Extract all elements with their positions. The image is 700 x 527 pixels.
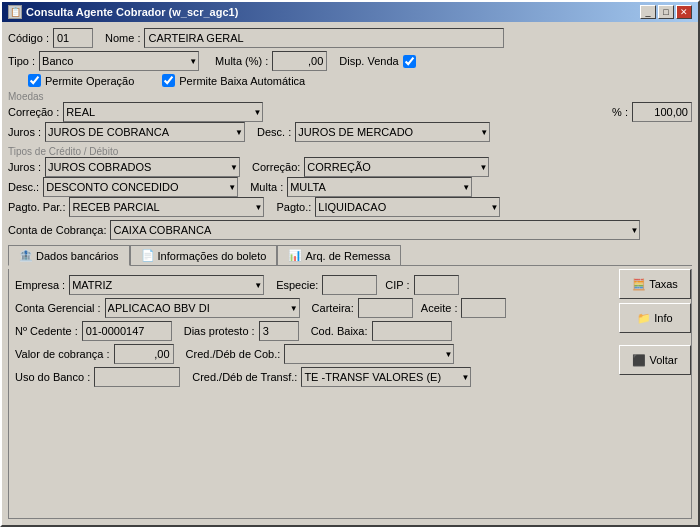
tab-dados-bancarios[interactable]: 🏦 Dados bancários — [8, 245, 130, 266]
window-icon: 📋 — [8, 5, 22, 19]
tipo-multa-row: Tipo : Banco Multa (%) : Disp. Venda — [8, 51, 692, 71]
especie-input[interactable] — [322, 275, 377, 295]
tipos-pagto-label: Pagto.: — [276, 201, 311, 213]
window-title: Consulta Agente Cobrador (w_scr_agc1) — [26, 6, 238, 18]
tipos-juros-select[interactable]: JUROS COBRADOS — [45, 157, 240, 177]
action-buttons: 🧮 Taxas 📁 Info ⬛ Voltar — [619, 269, 691, 375]
maximize-button[interactable]: □ — [658, 5, 674, 19]
permite-baixa-checkbox[interactable] — [162, 74, 175, 87]
disp-venda-label: Disp. Venda — [339, 55, 398, 67]
permite-baixa-label: Permite Baixa Automática — [179, 75, 305, 87]
voltar-icon: ⬛ — [632, 354, 646, 367]
tipos-desc-select[interactable]: DESCONTO CONCEDIDO — [43, 177, 238, 197]
permite-operacao-checkbox[interactable] — [28, 74, 41, 87]
desc-select[interactable]: JUROS DE MERCADO — [295, 122, 490, 142]
cred-deb-transf-label: Cred./Déb de Transf.: — [192, 371, 297, 383]
especie-label: Especie: — [276, 279, 318, 291]
carteira-input[interactable] — [358, 298, 413, 318]
moedas-section: Moedas Correção : REAL % : Juros : JURO — [8, 90, 692, 142]
tipo-select[interactable]: Banco — [39, 51, 199, 71]
main-content: Código : Nome : Tipo : Banco Multa (%) :… — [2, 22, 698, 525]
tipos-juros-correcao-row: Juros : JUROS COBRADOS Correção: CORREÇÃ… — [8, 157, 692, 177]
codigo-input[interactable] — [53, 28, 93, 48]
permite-operacao-label: Permite Operação — [45, 75, 134, 87]
minimize-button[interactable]: _ — [640, 5, 656, 19]
tipos-correcao-label: Correção: — [252, 161, 300, 173]
close-button[interactable]: ✕ — [676, 5, 692, 19]
cod-baixa-input[interactable] — [372, 321, 452, 341]
tipos-desc-multa-row: Desc.: DESCONTO CONCEDIDO Multa : MULTA — [8, 177, 692, 197]
uso-banco-row: Uso do Banco : Cred./Déb de Transf.: TE … — [15, 367, 685, 387]
aceite-label: Aceite : — [421, 302, 458, 314]
dias-protesto-input[interactable] — [259, 321, 299, 341]
taxas-button[interactable]: 🧮 Taxas — [619, 269, 691, 299]
correcao-row: Correção : REAL % : — [8, 102, 692, 122]
tipos-pagto-par-select[interactable]: RECEB PARCIAL — [69, 197, 264, 217]
tab-informacoes-boleto[interactable]: 📄 Informações do boleto — [130, 245, 278, 265]
tipos-desc-label: Desc.: — [8, 181, 39, 193]
tipos-multa-select[interactable]: MULTA — [287, 177, 472, 197]
multa-label: Multa (%) : — [215, 55, 268, 67]
cedente-input[interactable] — [82, 321, 172, 341]
cred-deb-cob-label: Cred./Déb de Cob.: — [186, 348, 281, 360]
tipo-label: Tipo : — [8, 55, 35, 67]
conta-gerencial-row: Conta Gerencial : APLICACAO BBV DI Carte… — [15, 298, 685, 318]
tipos-juros-label: Juros : — [8, 161, 41, 173]
codigo-nome-row: Código : Nome : — [8, 28, 692, 48]
conta-gerencial-select[interactable]: APLICACAO BBV DI — [105, 298, 300, 318]
uso-banco-input[interactable] — [94, 367, 180, 387]
percent-input[interactable] — [632, 102, 692, 122]
title-buttons: _ □ ✕ — [640, 5, 692, 19]
cedente-label: Nº Cedente : — [15, 325, 78, 337]
cip-input[interactable] — [414, 275, 459, 295]
taxas-icon: 🧮 — [632, 278, 646, 291]
dias-protesto-label: Dias protesto : — [184, 325, 255, 337]
tab-informacoes-boleto-label: Informações do boleto — [158, 250, 267, 262]
empresa-select[interactable]: MATRIZ — [69, 275, 264, 295]
taxas-label: Taxas — [649, 278, 678, 290]
tipos-pagto-par-label: Pagto. Par.: — [8, 201, 65, 213]
conta-cobranca-row: Conta de Cobrança: CAIXA COBRANCA — [8, 220, 692, 240]
valor-cobranca-input[interactable] — [114, 344, 174, 364]
percent-label: % : — [612, 106, 628, 118]
info-folder-icon: 📁 — [637, 312, 651, 325]
tab-arq-remessa-label: Arq. de Remessa — [305, 250, 390, 262]
info-button[interactable]: 📁 Info — [619, 303, 691, 333]
tipos-credito-label: Tipos de Crédito / Débito — [8, 146, 118, 157]
info-label: Info — [654, 312, 672, 324]
tab-dados-bancarios-label: Dados bancários — [36, 250, 119, 262]
nome-input[interactable] — [144, 28, 504, 48]
tipos-correcao-select[interactable]: CORREÇÃO — [304, 157, 489, 177]
voltar-button[interactable]: ⬛ Voltar — [619, 345, 691, 375]
tab-boleto-icon: 📄 — [141, 249, 155, 262]
valor-cobranca-label: Valor de cobrança : — [15, 348, 110, 360]
multa-input[interactable] — [272, 51, 327, 71]
empresa-label: Empresa : — [15, 279, 65, 291]
juros-row: Juros : JUROS DE COBRANCA Desc. : JUROS … — [8, 122, 692, 142]
moedas-label: Moedas — [8, 91, 44, 102]
correcao-select[interactable]: REAL — [63, 102, 263, 122]
cred-deb-cob-select[interactable] — [284, 344, 454, 364]
tipos-credito-section: Tipos de Crédito / Débito Juros : JUROS … — [8, 145, 692, 217]
carteira-label: Carteira: — [312, 302, 354, 314]
uso-banco-label: Uso do Banco : — [15, 371, 90, 383]
tipos-pagto-select[interactable]: LIQUIDACAO — [315, 197, 500, 217]
disp-venda-checkbox[interactable] — [403, 55, 416, 68]
desc-label: Desc. : — [257, 126, 291, 138]
juros-select[interactable]: JUROS DE COBRANCA — [45, 122, 245, 142]
nome-label: Nome : — [105, 32, 140, 44]
cedente-row: Nº Cedente : Dias protesto : Cod. Baixa: — [15, 321, 685, 341]
conta-gerencial-label: Conta Gerencial : — [15, 302, 101, 314]
tab-content-dados-bancarios: Empresa : MATRIZ Especie: CIP : Conta Ge… — [8, 269, 692, 519]
voltar-label: Voltar — [649, 354, 677, 366]
tab-dados-bancarios-icon: 🏦 — [19, 249, 33, 262]
aceite-input[interactable] — [461, 298, 506, 318]
cod-baixa-label: Cod. Baixa: — [311, 325, 368, 337]
permite-row: Permite Operação Permite Baixa Automátic… — [28, 74, 692, 87]
cred-deb-transf-select[interactable]: TE -TRANSF VALORES (E) — [301, 367, 471, 387]
tab-remessa-icon: 📊 — [288, 249, 302, 262]
tab-arq-remessa[interactable]: 📊 Arq. de Remessa — [277, 245, 401, 265]
conta-cobranca-select[interactable]: CAIXA COBRANCA — [110, 220, 640, 240]
tipos-pagto-row: Pagto. Par.: RECEB PARCIAL Pagto.: LIQUI… — [8, 197, 692, 217]
codigo-label: Código : — [8, 32, 49, 44]
